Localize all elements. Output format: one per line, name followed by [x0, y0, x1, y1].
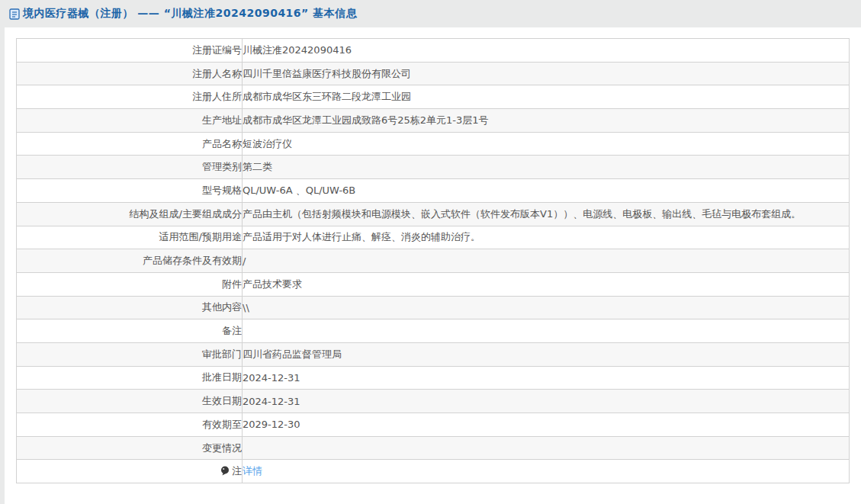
row-label: 有效期至	[202, 419, 242, 430]
table-row: 生效日期 2024-12-31	[17, 390, 850, 413]
row-label-cell: 有效期至	[17, 413, 243, 437]
row-label-cell: 注册人名称	[17, 62, 243, 85]
row-value-cell: 产品由主机（包括射频模块和电源模块、嵌入式软件（软件发布版本V1））、电源线、电…	[243, 202, 850, 226]
registration-info-table: 注册证编号 川械注准20242090416 注册人名称 四川千里倍益康医疗科技股…	[16, 38, 850, 483]
row-value-cell: /	[243, 249, 850, 273]
row-value-cell: 2024-12-31	[243, 390, 850, 413]
page-header: 境内医疗器械（注册） —— “川械注准20242090416” 基本信息	[0, 0, 861, 27]
left-gutter	[0, 27, 5, 504]
row-value: /	[243, 255, 246, 267]
row-value-cell: 2029-12-30	[243, 413, 850, 437]
row-label: 批准日期	[202, 371, 242, 383]
table-row: 备注	[17, 319, 850, 343]
row-label-cell: 附件	[17, 272, 243, 296]
row-value: 产品技术要求	[243, 278, 302, 290]
page-title: 境内医疗器械（注册） —— “川械注准20242090416” 基本信息	[23, 7, 357, 21]
row-label: 备注	[222, 325, 242, 336]
row-value: 产品由主机（包括射频模块和电源模块、嵌入式软件（软件发布版本V1））、电源线、电…	[243, 208, 801, 220]
row-value-cell: 短波治疗仪	[243, 132, 850, 156]
row-label: 变更情况	[202, 442, 242, 454]
row-value: 2024-12-31	[243, 372, 300, 384]
row-label: 附件	[222, 278, 242, 290]
row-label-cell: 注	[17, 460, 243, 483]
row-value: 2024-12-31	[243, 396, 300, 407]
row-label-cell: 注册证编号	[17, 39, 243, 63]
row-value: \\	[243, 302, 249, 313]
table-row: 变更情况	[17, 436, 850, 460]
table-row: 适用范围/预期用途 产品适用于对人体进行止痛、解痉、消炎的辅助治疗。	[17, 226, 850, 249]
row-label: 生产地址	[202, 114, 242, 126]
row-value-cell: 四川省药品监督管理局	[243, 342, 850, 366]
table-row: 其他内容 \\	[17, 296, 850, 319]
row-value-cell: 成都市成华区东三环路二段龙潭工业园	[243, 85, 850, 109]
row-value-cell: 详情	[243, 460, 850, 483]
row-label: 注	[232, 465, 242, 477]
row-label-cell: 适用范围/预期用途	[17, 226, 243, 249]
row-label: 管理类别	[202, 161, 242, 172]
row-label-cell: 型号规格	[17, 179, 243, 203]
row-label-cell: 管理类别	[17, 156, 243, 179]
row-value: 川械注准20242090416	[243, 44, 352, 56]
row-label: 生效日期	[202, 395, 242, 406]
row-label-cell: 其他内容	[17, 296, 243, 319]
detail-link[interactable]: 详情	[243, 465, 262, 477]
table-row: 产品名称 短波治疗仪	[17, 132, 850, 156]
row-label-cell: 结构及组成/主要组成成分	[17, 202, 243, 226]
row-label: 审批部门	[202, 348, 242, 360]
row-label-cell: 备注	[17, 319, 243, 343]
row-value: 产品适用于对人体进行止痛、解痉、消炎的辅助治疗。	[243, 231, 480, 242]
table-row: 注册证编号 川械注准20242090416	[17, 39, 850, 63]
table-row: 结构及组成/主要组成成分 产品由主机（包括射频模块和电源模块、嵌入式软件（软件发…	[17, 202, 850, 226]
row-value: QL/UW-6A 、QL/UW-6B	[243, 185, 355, 196]
row-value-cell: 产品技术要求	[243, 272, 850, 296]
table-row: 附件 产品技术要求	[17, 272, 850, 296]
row-value: 四川省药品监督管理局	[243, 348, 342, 360]
row-value: 成都市成华区东三环路二段龙潭工业园	[243, 91, 411, 102]
table-row: 型号规格 QL/UW-6A 、QL/UW-6B	[17, 179, 850, 203]
row-label: 型号规格	[202, 185, 242, 196]
row-label: 注册人住所	[192, 91, 242, 102]
row-label: 适用范围/预期用途	[159, 231, 242, 242]
row-value-cell: 成都市成华区龙潭工业园成致路6号25栋2单元1-3层1号	[243, 109, 850, 133]
table-row: 批准日期 2024-12-31	[17, 366, 850, 390]
table-row: 产品储存条件及有效期 /	[17, 249, 850, 273]
row-value-cell: \\	[243, 296, 850, 319]
row-label: 注册人名称	[192, 68, 242, 79]
row-value-cell	[243, 436, 850, 460]
row-label-cell: 产品储存条件及有效期	[17, 249, 243, 273]
row-label: 注册证编号	[192, 44, 242, 56]
row-value-cell: QL/UW-6A 、QL/UW-6B	[243, 179, 850, 203]
row-value: 成都市成华区龙潭工业园成致路6号25栋2单元1-3层1号	[243, 114, 489, 126]
row-label: 其他内容	[202, 301, 242, 313]
table-row: 生产地址 成都市成华区龙潭工业园成致路6号25栋2单元1-3层1号	[17, 109, 850, 133]
row-value-cell: 第二类	[243, 156, 850, 179]
table-row: 有效期至 2029-12-30	[17, 413, 850, 437]
row-value-cell: 2024-12-31	[243, 366, 850, 390]
table-row: 管理类别 第二类	[17, 156, 850, 179]
row-value: 2029-12-30	[243, 419, 300, 430]
row-value-cell: 四川千里倍益康医疗科技股份有限公司	[243, 62, 850, 85]
row-label-cell: 生效日期	[17, 390, 243, 413]
row-label: 产品名称	[202, 138, 242, 149]
table-row: 审批部门 四川省药品监督管理局	[17, 342, 850, 366]
row-value: 短波治疗仪	[243, 138, 292, 149]
row-label-cell: 生产地址	[17, 109, 243, 133]
table-row: 注册人住所 成都市成华区东三环路二段龙潭工业园	[17, 85, 850, 109]
table-row: 注 详情	[17, 460, 850, 483]
row-label-cell: 变更情况	[17, 436, 243, 460]
row-label: 产品储存条件及有效期	[143, 255, 242, 266]
row-label-cell: 审批部门	[17, 342, 243, 366]
row-value-cell: 产品适用于对人体进行止痛、解痉、消炎的辅助治疗。	[243, 226, 850, 249]
row-label-cell: 注册人住所	[17, 85, 243, 109]
row-value: 第二类	[243, 161, 272, 172]
info-table-body: 注册证编号 川械注准20242090416 注册人名称 四川千里倍益康医疗科技股…	[17, 39, 850, 483]
row-value-cell	[243, 319, 850, 343]
row-label-cell: 批准日期	[17, 366, 243, 390]
row-label: 结构及组成/主要组成成分	[130, 208, 242, 220]
table-row: 注册人名称 四川千里倍益康医疗科技股份有限公司	[17, 62, 850, 85]
note-balloon-icon	[220, 466, 230, 478]
row-value-cell: 川械注准20242090416	[243, 39, 850, 63]
row-label-cell: 产品名称	[17, 132, 243, 156]
document-icon	[9, 8, 20, 20]
row-value: 四川千里倍益康医疗科技股份有限公司	[243, 68, 411, 79]
